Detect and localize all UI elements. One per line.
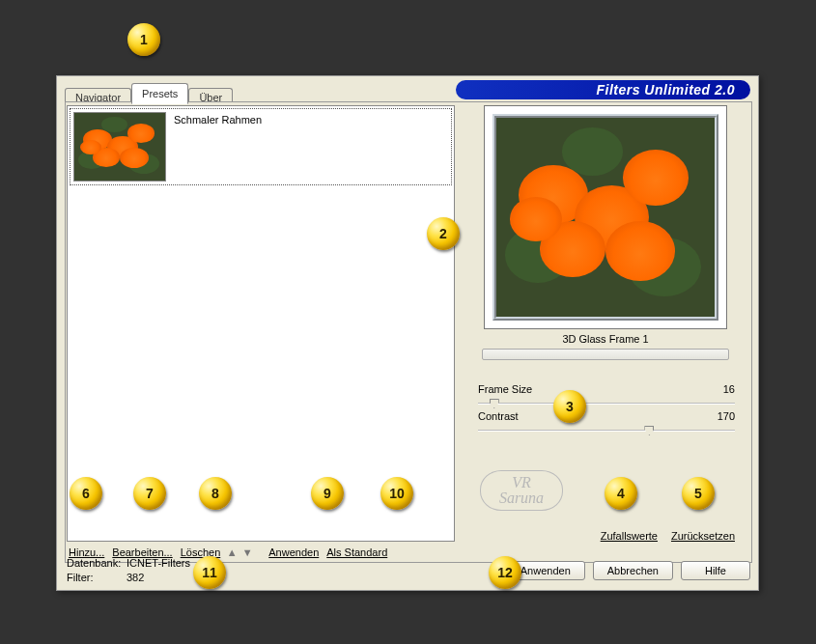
right-links: Zufallswerte Zurücksetzen [601,530,735,542]
watermark-line2: Saruna [499,490,544,506]
preset-list[interactable]: Schmaler Rahmen [67,105,455,542]
param-value: 16 [723,383,735,395]
footer-buttons: Anwenden Abbrechen Hilfe [506,561,750,580]
preset-row[interactable]: Schmaler Rahmen [70,108,452,185]
db-label: Datenbank: [67,556,123,570]
param-row-frame-size: Frame Size 16 [478,383,735,395]
param-label: Contrast [478,410,519,422]
preset-label: Schmaler Rahmen [174,112,262,126]
tab-presets-label: Presets [142,88,178,99]
param-row-contrast: Contrast 170 [478,410,735,422]
watermark-line1: VR [512,475,531,490]
random-values-button[interactable]: Zufallswerte [601,530,658,542]
footer-info: Datenbank: ICNET-Filters Filter: 382 [67,556,190,584]
annotation-ball-1: 1 [127,23,160,56]
filter-name-label: 3D Glass Frame 1 [463,333,748,345]
preset-thumbnail [73,112,166,182]
app-title-bar: Filters Unlimited 2.0 [456,80,750,99]
cancel-button[interactable]: Abbrechen [593,561,673,580]
db-value: ICNET-Filters [127,556,190,570]
apply-button[interactable]: Anwenden [506,561,585,580]
progress-bar [482,349,729,360]
slider-contrast[interactable] [478,424,735,437]
footer: Datenbank: ICNET-Filters Filter: 382 Anw… [67,556,750,584]
dialog-window: Filters Unlimited 2.0 Navigator Presets … [56,75,759,591]
slider-frame-size[interactable] [478,397,735,410]
reset-button[interactable]: Zurücksetzen [671,530,735,542]
app-title: Filters Unlimited 2.0 [596,82,735,98]
slider-thumb[interactable] [490,399,499,408]
filter-count-value: 382 [127,571,144,584]
watermark-logo: VR Saruna [480,470,563,511]
help-button[interactable]: Hilfe [681,561,750,580]
tab-presets[interactable]: Presets [131,83,188,104]
param-value: 170 [718,410,735,422]
filter-count-label: Filter: [67,571,123,584]
param-label: Frame Size [478,383,532,395]
preview-image [484,105,727,329]
slider-thumb[interactable] [644,426,654,435]
right-panel: 3D Glass Frame 1 Frame Size 16 Contrast … [463,105,748,561]
